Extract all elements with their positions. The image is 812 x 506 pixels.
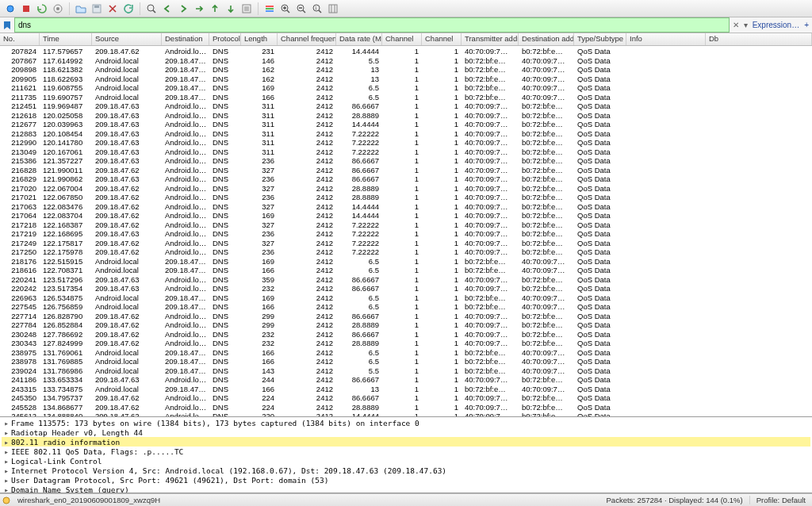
- packet-list[interactable]: No. Time Source Destination Protocol Len…: [0, 33, 812, 417]
- col-header-time[interactable]: Time: [40, 33, 92, 45]
- col-header-freq[interactable]: Channel frequenc: [278, 33, 336, 45]
- table-row[interactable]: 218616122.708371Android.local209.18.47…D…: [0, 265, 812, 274]
- table-row[interactable]: 216828121.990011209.18.47.62Android.lo…D…: [0, 165, 812, 174]
- table-row[interactable]: 217219122.168695209.18.47.63Android.lo…D…: [0, 228, 812, 238]
- table-row[interactable]: 238975131.769061Android.local209.18.47…D…: [0, 347, 812, 357]
- col-header-info[interactable]: Info: [626, 33, 706, 45]
- table-row[interactable]: 245612134.888840209.18.47.62Android.lo…D…: [0, 411, 812, 417]
- restart-capture-icon[interactable]: [35, 2, 49, 16]
- stop-capture-icon[interactable]: [19, 2, 33, 16]
- packet-list-header[interactable]: No. Time Source Destination Protocol Len…: [0, 33, 812, 46]
- table-row[interactable]: 227784126.852884209.18.47.62Android.lo…D…: [0, 320, 812, 329]
- table-row[interactable]: 215386121.357227209.18.47.63Android.lo…D…: [0, 155, 812, 165]
- table-row[interactable]: 241186133.653334209.18.47.63Android.lo…D…: [0, 374, 812, 384]
- col-header-source[interactable]: Source: [92, 33, 162, 45]
- expand-twisty-icon[interactable]: ▸: [2, 447, 11, 456]
- col-header-db[interactable]: Db: [706, 33, 812, 45]
- open-file-icon[interactable]: [74, 2, 88, 16]
- table-row[interactable]: 216829121.990862209.18.47.63Android.lo…D…: [0, 174, 812, 183]
- table-row[interactable]: 213049120.167061209.18.47.63Android.lo…D…: [0, 147, 812, 156]
- go-back-icon[interactable]: [160, 2, 174, 16]
- expand-twisty-icon[interactable]: ▸: [2, 419, 11, 427]
- table-row[interactable]: 230343127.824999209.18.47.62Android.lo…D…: [0, 338, 812, 347]
- expand-twisty-icon[interactable]: ▸: [2, 457, 11, 466]
- table-row[interactable]: 211735119.690757Android.local209.18.47…D…: [0, 92, 812, 102]
- go-last-icon[interactable]: [224, 2, 238, 16]
- clear-filter-icon[interactable]: ✕: [733, 21, 739, 29]
- table-row[interactable]: 217020122.067004209.18.47.62Android.lo…D…: [0, 183, 812, 193]
- table-row[interactable]: 220242123.517354209.18.47.63Android.lo…D…: [0, 283, 812, 293]
- expression-button[interactable]: Expression…: [753, 21, 799, 29]
- table-row[interactable]: 217063122.083476209.18.47.62Android.lo…D…: [0, 201, 812, 211]
- display-filter-input[interactable]: [14, 17, 730, 33]
- detail-tree-item[interactable]: ▸Frame 113575: 173 bytes on wire (1384 b…: [2, 418, 810, 427]
- col-header-dest[interactable]: Destination: [162, 33, 209, 45]
- table-row[interactable]: 227714126.828790209.18.47.62Android.lo…D…: [0, 311, 812, 320]
- save-file-icon[interactable]: [90, 2, 104, 16]
- capture-options-icon[interactable]: [51, 2, 65, 16]
- table-row[interactable]: 238978131.769885Android.local209.18.47…D…: [0, 356, 812, 366]
- col-header-ch1[interactable]: Channel: [382, 33, 422, 45]
- table-row[interactable]: 217064122.083704209.18.47.62Android.lo…D…: [0, 210, 812, 220]
- detail-tree-item[interactable]: ▸802.11 radio information: [2, 437, 810, 447]
- expand-twisty-icon[interactable]: ▸: [2, 485, 11, 494]
- expand-twisty-icon[interactable]: ▸: [2, 428, 11, 437]
- table-row[interactable]: 207867117.614992Android.local209.18.47…D…: [0, 56, 812, 65]
- table-row[interactable]: 217218122.168387209.18.47.62Android.lo…D…: [0, 220, 812, 229]
- col-header-ch2[interactable]: Channel: [422, 33, 462, 45]
- packet-details-pane[interactable]: ▸Frame 113575: 173 bytes on wire (1384 b…: [0, 417, 812, 493]
- col-header-length[interactable]: Length: [241, 33, 278, 45]
- bookmark-filter-icon[interactable]: [0, 17, 14, 33]
- table-row[interactable]: 212990120.141780209.18.47.63Android.lo…D…: [0, 137, 812, 147]
- find-icon[interactable]: [144, 2, 159, 16]
- expert-info-icon[interactable]: [0, 496, 13, 504]
- resize-columns-icon[interactable]: [326, 2, 340, 16]
- auto-scroll-icon[interactable]: [239, 2, 254, 16]
- table-row[interactable]: 243315133.734875Android.local209.18.47…D…: [0, 384, 812, 393]
- detail-tree-item[interactable]: ▸Radiotap Header v0, Length 44: [2, 427, 810, 437]
- go-forward-icon[interactable]: [176, 2, 190, 16]
- detail-tree-item[interactable]: ▸User Datagram Protocol, Src Port: 49621…: [2, 475, 810, 485]
- col-header-rx[interactable]: Destination addre: [519, 33, 574, 45]
- table-row[interactable]: 239024131.786986Android.local209.18.47…D…: [0, 366, 812, 375]
- col-header-rate[interactable]: Data rate (Mb/s): [336, 33, 382, 45]
- colorize-icon[interactable]: [262, 2, 277, 16]
- table-row[interactable]: 245350134.795737209.18.47.62Android.lo…D…: [0, 393, 812, 402]
- table-row[interactable]: 245528134.868677209.18.47.62Android.lo…D…: [0, 402, 812, 412]
- table-row[interactable]: 226963126.534875Android.local209.18.47…D…: [0, 293, 812, 302]
- expand-twisty-icon[interactable]: ▸: [2, 466, 11, 475]
- add-filter-button[interactable]: +: [804, 21, 809, 29]
- table-row[interactable]: 207824117.579657209.18.47.62Android.lo…D…: [0, 46, 812, 56]
- close-file-icon[interactable]: [105, 2, 120, 16]
- start-capture-icon[interactable]: [3, 2, 17, 16]
- table-row[interactable]: 211621119.608755Android.local209.18.47…D…: [0, 82, 812, 92]
- profile-label[interactable]: Profile: Default: [749, 496, 812, 504]
- zoom-reset-icon[interactable]: 1: [310, 2, 324, 16]
- reload-icon[interactable]: [121, 2, 136, 16]
- col-header-tx[interactable]: Transmitter addre: [462, 33, 519, 45]
- col-header-proto[interactable]: Protocol: [209, 33, 241, 45]
- detail-tree-item[interactable]: ▸Logical-Link Control: [2, 456, 810, 466]
- expand-twisty-icon[interactable]: ▸: [2, 476, 11, 485]
- zoom-in-icon[interactable]: [278, 2, 293, 16]
- table-row[interactable]: 209898118.621382Android.local209.18.47…D…: [0, 64, 812, 74]
- zoom-out-icon[interactable]: [294, 2, 308, 16]
- detail-tree-item[interactable]: ▸IEEE 802.11 QoS Data, Flags: .p.....TC: [2, 447, 810, 456]
- table-row[interactable]: 212451119.969487209.18.47.63Android.lo…D…: [0, 101, 812, 110]
- table-row[interactable]: 230248127.786692209.18.47.62Android.lo…D…: [0, 329, 812, 339]
- table-row[interactable]: 212883120.108454209.18.47.63Android.lo…D…: [0, 128, 812, 138]
- expand-twisty-icon[interactable]: ▸: [2, 438, 11, 447]
- table-row[interactable]: 227545126.756859Android.local209.18.47…D…: [0, 301, 812, 311]
- jump-to-icon[interactable]: [192, 2, 206, 16]
- col-header-no[interactable]: No.: [0, 33, 40, 45]
- table-row[interactable]: 217249122.175817209.18.47.62Android.lo…D…: [0, 238, 812, 247]
- table-row[interactable]: 220241123.517296209.18.47.63Android.lo…D…: [0, 274, 812, 284]
- go-first-icon[interactable]: [208, 2, 222, 16]
- table-row[interactable]: 212677120.039963209.18.47.63Android.lo…D…: [0, 119, 812, 128]
- table-row[interactable]: 218176122.515915Android.local209.18.47…D…: [0, 256, 812, 266]
- table-row[interactable]: 212618120.025058209.18.47.63Android.lo…D…: [0, 110, 812, 120]
- detail-tree-item[interactable]: ▸Domain Name System (query): [2, 485, 810, 493]
- col-header-ts[interactable]: Type/Subtype: [574, 33, 626, 45]
- table-row[interactable]: 209905118.622693Android.local209.18.47…D…: [0, 74, 812, 83]
- detail-tree-item[interactable]: ▸Internet Protocol Version 4, Src: Andro…: [2, 466, 810, 475]
